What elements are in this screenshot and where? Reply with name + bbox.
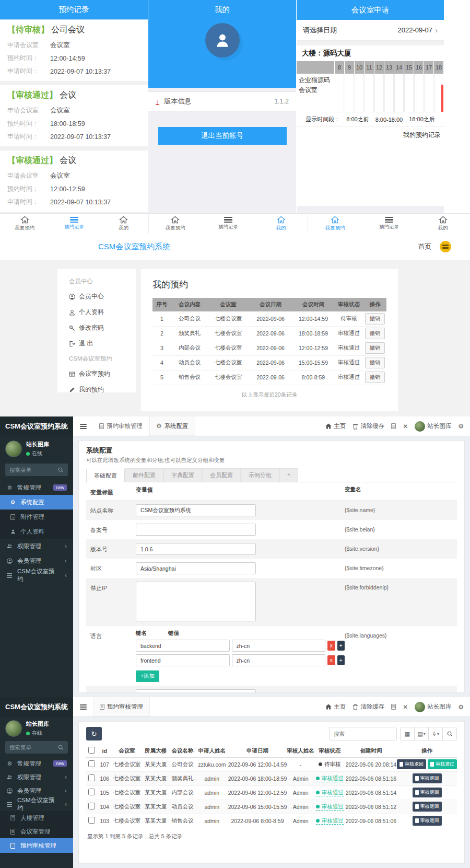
- refresh-button[interactable]: ↻: [86, 727, 102, 740]
- fullscreen-icon[interactable]: ✕: [403, 703, 408, 711]
- cancel-button[interactable]: 撤销: [365, 342, 385, 354]
- tab-dictionary[interactable]: 字典配置: [163, 468, 202, 482]
- lang-key-input[interactable]: [136, 640, 230, 652]
- tab-system-config[interactable]: ⚙系统配置: [149, 416, 195, 436]
- tab-mail[interactable]: 邮件配置: [125, 468, 163, 482]
- row-checkbox[interactable]: [88, 760, 95, 767]
- nav-home-link[interactable]: 首页: [418, 242, 431, 251]
- append-row-button[interactable]: +: [337, 641, 345, 651]
- slot-cell[interactable]: [335, 74, 344, 112]
- cancel-button[interactable]: 撤销: [365, 372, 385, 383]
- sidebar-item-csm[interactable]: CSM会议室预约‹: [0, 797, 73, 811]
- site-name-input[interactable]: [136, 504, 256, 516]
- nav-clear-cache[interactable]: 清除缓存: [352, 422, 384, 430]
- hamburger-icon[interactable]: [73, 416, 93, 436]
- brand[interactable]: CSM会议室预约系统: [0, 416, 73, 436]
- fixedpage-input[interactable]: [136, 689, 256, 693]
- sidebar-item-auth[interactable]: 权限管理‹: [0, 770, 73, 784]
- sidebar-item-buildings[interactable]: 大楼管理: [0, 811, 73, 825]
- avatar[interactable]: [5, 720, 22, 737]
- sidebar-item-password[interactable]: 修改密码: [69, 323, 136, 332]
- slot-cell[interactable]: [345, 74, 354, 112]
- search-button[interactable]: [442, 727, 457, 740]
- tab-basic[interactable]: 基础配置: [86, 469, 125, 482]
- sidebar-item-attachments[interactable]: 附件管理: [0, 510, 73, 524]
- portal-brand[interactable]: CSM会议室预约系统: [98, 242, 170, 252]
- sidebar-item-review[interactable]: 预约审核管理: [0, 838, 73, 853]
- sidebar-item-logout[interactable]: 退 出: [69, 339, 136, 348]
- append-row-button[interactable]: +: [337, 655, 345, 665]
- cancel-button[interactable]: 撤销: [365, 328, 385, 339]
- slot-cell[interactable]: [374, 74, 384, 112]
- sidebar-item-members[interactable]: 会员管理‹: [0, 784, 73, 797]
- menu-search-input[interactable]: [9, 744, 58, 750]
- settings-icon[interactable]: ⚙: [458, 423, 464, 430]
- beian-input[interactable]: [136, 524, 256, 536]
- logout-button[interactable]: 退出当前帐号: [158, 127, 287, 145]
- hamburger-icon[interactable]: [73, 697, 93, 716]
- tab-book[interactable]: 我要预约: [308, 214, 362, 234]
- select-all-checkbox[interactable]: [88, 747, 95, 754]
- brand[interactable]: CSM会议室预约系统: [0, 697, 73, 717]
- sidebar-item-csm[interactable]: CSM会议室预约‹: [0, 568, 73, 583]
- scrollbar[interactable]: [441, 85, 443, 112]
- refresh-page-icon[interactable]: [391, 704, 396, 710]
- record-item[interactable]: 【审核通过】会议 申请会议室会议室 预约时间：18:00-18:59 申请时间：…: [0, 85, 148, 146]
- version-input[interactable]: [136, 543, 256, 555]
- lang-key-input[interactable]: [136, 654, 230, 666]
- row-checkbox[interactable]: [88, 774, 95, 781]
- slot-cell[interactable]: [424, 74, 433, 112]
- sidebar-item-rooms[interactable]: 会议室管理: [0, 825, 73, 838]
- row-checkbox[interactable]: [88, 789, 95, 795]
- cancel-button[interactable]: 撤销: [365, 357, 385, 368]
- sidebar-item-general[interactable]: ⚙常规管理new: [0, 480, 73, 495]
- slot-cell[interactable]: [404, 74, 414, 112]
- site-logo[interactable]: [440, 241, 451, 252]
- reject-button[interactable]: 审核退回: [413, 773, 442, 783]
- sidebar-item-general[interactable]: ⚙常规管理new: [0, 757, 73, 770]
- tab-book[interactable]: 我要预约: [0, 214, 50, 234]
- sidebar-item-member-center[interactable]: 会员中心: [69, 292, 136, 301]
- tab-add[interactable]: +: [279, 468, 298, 482]
- record-item[interactable]: 【审核通过】会议 申请会议室会议室 预约时间：12:00-12:59 申请时间：…: [0, 151, 148, 212]
- sidebar-item-auth[interactable]: 权限管理‹: [0, 539, 73, 553]
- remove-row-button[interactable]: x: [327, 655, 335, 665]
- lang-value-input[interactable]: [232, 640, 326, 652]
- slot-cell[interactable]: [365, 74, 374, 112]
- tab-review-management[interactable]: 预约审核管理: [93, 697, 150, 716]
- tab-mine[interactable]: 我的: [99, 214, 148, 234]
- table-search-input[interactable]: [329, 727, 397, 740]
- fullscreen-icon[interactable]: ✕: [403, 423, 408, 430]
- reject-button[interactable]: 审核退回: [413, 816, 442, 826]
- sidebar-item-my-bookings[interactable]: 我的预约: [69, 385, 136, 394]
- reject-button[interactable]: 审核退回: [413, 802, 442, 812]
- user-menu[interactable]: 站长图库: [415, 702, 451, 712]
- reject-button[interactable]: 审核退回: [397, 759, 426, 769]
- tab-example[interactable]: 示例分组: [241, 468, 279, 482]
- row-checkbox[interactable]: [88, 817, 95, 824]
- avatar[interactable]: [5, 441, 22, 457]
- slot-cell[interactable]: [414, 74, 424, 112]
- reject-button[interactable]: 审核退回: [413, 788, 442, 797]
- sidebar-item-room-booking[interactable]: 会议室预约: [69, 369, 136, 378]
- columns-button[interactable]: ▤▾: [414, 727, 429, 740]
- forbidden-ip-textarea[interactable]: [136, 582, 256, 621]
- date-picker-row[interactable]: 请选择日期 2022-09-07 ›: [297, 20, 444, 41]
- sidebar-item-profile[interactable]: 个人资料: [69, 308, 136, 317]
- nav-clear-cache[interactable]: 清除缓存: [352, 703, 384, 711]
- tab-records[interactable]: 预约记录: [50, 214, 99, 234]
- avatar[interactable]: [205, 23, 240, 57]
- nav-home[interactable]: 主页: [325, 422, 346, 430]
- export-button[interactable]: ⇩▾: [428, 727, 443, 740]
- my-records-link[interactable]: 我的预约记录: [297, 127, 444, 143]
- toggle-view-button[interactable]: ▦: [400, 727, 415, 740]
- settings-icon[interactable]: ⚙: [458, 703, 464, 711]
- tab-records[interactable]: 预约记录: [362, 214, 416, 234]
- refresh-page-icon[interactable]: [391, 423, 396, 429]
- user-menu[interactable]: 站长图库: [415, 421, 451, 432]
- slot-cell[interactable]: [394, 74, 404, 112]
- row-checkbox[interactable]: [88, 803, 95, 809]
- sidebar-item-profile[interactable]: 个人资料: [0, 524, 73, 539]
- version-row[interactable]: ↓ 版本信息 1.1.2: [148, 91, 296, 111]
- timezone-input[interactable]: [136, 562, 256, 574]
